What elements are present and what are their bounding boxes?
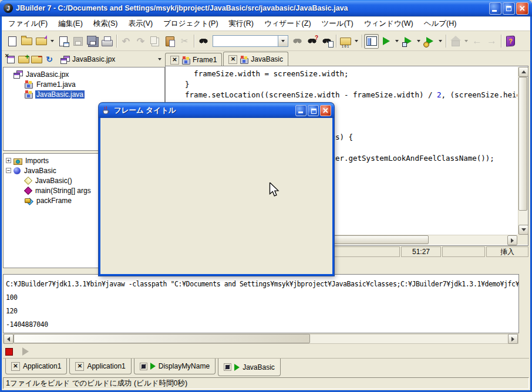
search-again-button[interactable] — [290, 34, 305, 49]
back-button[interactable] — [470, 34, 484, 49]
vertical-scroll-thumb[interactable] — [518, 77, 527, 211]
open-file-button[interactable] — [19, 34, 34, 49]
make-button[interactable] — [338, 34, 353, 49]
dropdown-arrow[interactable] — [393, 34, 400, 49]
find-in-files-button[interactable] — [319, 34, 334, 49]
project-icon — [60, 56, 69, 63]
debug-button[interactable] — [400, 34, 415, 49]
run-control-row — [5, 345, 29, 358]
add-file-button[interactable] — [17, 53, 30, 66]
paste-button[interactable] — [163, 34, 177, 49]
minimize-button[interactable] — [295, 105, 307, 116]
refresh-button[interactable] — [43, 53, 56, 66]
menu-item[interactable]: 検索(S) — [88, 17, 123, 31]
undo-button[interactable] — [119, 34, 133, 49]
project-selector-dropdown-icon[interactable] — [158, 58, 161, 60]
menu-item[interactable]: ファイル(F) — [3, 17, 53, 31]
search-help-button[interactable] — [305, 34, 319, 49]
print-button[interactable] — [100, 34, 115, 49]
stop-button[interactable] — [5, 348, 13, 356]
open-project-button[interactable] — [34, 34, 49, 49]
menu-item[interactable]: 実行(R) — [224, 17, 259, 31]
dropdown-arrow[interactable] — [415, 34, 422, 49]
frame-title-window[interactable]: フレーム タイトル ✕ — [99, 103, 334, 276]
save-all-button[interactable] — [85, 34, 100, 49]
scroll-right-button[interactable] — [508, 334, 518, 344]
cursor-position: 51:27 — [401, 246, 441, 257]
tree-expander-icon[interactable] — [6, 158, 11, 163]
menu-item[interactable]: ウィザード(Z) — [259, 17, 316, 31]
run-button[interactable] — [379, 34, 393, 49]
find-button[interactable] — [196, 34, 211, 49]
dropdown-arrow[interactable] — [49, 34, 56, 49]
maximize-button[interactable] — [308, 105, 319, 116]
scroll-down-button[interactable] — [518, 225, 528, 235]
menu-item[interactable]: 表示(V) — [123, 17, 158, 31]
minimize-icon — [298, 111, 303, 113]
menu-item[interactable]: ウィンドウ(W) — [359, 17, 419, 31]
remove-file-button[interactable] — [30, 53, 43, 66]
dropdown-arrow[interactable] — [463, 34, 470, 49]
tree-item-icon — [24, 197, 33, 205]
export-page-button[interactable] — [56, 34, 70, 49]
toolbar-separator — [360, 34, 364, 49]
toolbar-separator — [444, 34, 448, 49]
scroll-up-button[interactable] — [518, 67, 528, 77]
float-title-bar[interactable]: フレーム タイトル ✕ — [99, 103, 334, 118]
editor-vertical-scrollbar[interactable] — [518, 67, 528, 235]
code-line: } — [176, 80, 190, 89]
close-tab-icon[interactable]: ✕ — [11, 362, 20, 371]
menu-item[interactable]: 編集(E) — [53, 17, 88, 31]
close-button[interactable]: ✕ — [320, 105, 331, 116]
title-bar[interactable]: J JBuilder 7 - C:/Documents and Settings… — [0, 0, 532, 16]
tree-item[interactable]: JavaBasic.java — [4, 89, 164, 99]
help-button[interactable] — [503, 34, 518, 49]
cut-button[interactable] — [177, 34, 192, 49]
message-tab[interactable]: ✕ Application1 — [5, 359, 67, 374]
editor-tab[interactable]: ✕ Frame1 — [165, 53, 222, 66]
tree-item[interactable]: JavaBasic.jpx — [4, 69, 164, 79]
message-tab[interactable]: ✕ DisplayMyName — [134, 359, 216, 374]
scroll-left-button[interactable] — [4, 334, 14, 344]
horizontal-scroll-thumb[interactable] — [14, 334, 310, 343]
console-horizontal-scrollbar[interactable] — [3, 334, 518, 344]
float-window-title: フレーム タイトル — [114, 106, 292, 116]
float-window-content — [100, 118, 332, 274]
message-tab[interactable]: ✕ Application1 — [69, 359, 131, 374]
console-output[interactable]: C:¥JBuilder7¥jdk1.3.1¥bin¥javaw -classpa… — [3, 274, 519, 333]
tree-expander-icon[interactable] — [6, 168, 11, 173]
menu-item[interactable]: プロジェクト(P) — [158, 17, 223, 31]
close-button[interactable]: ✕ — [516, 2, 528, 15]
save-button[interactable] — [70, 34, 85, 49]
editor-tab[interactable]: ✕ JavaBasic — [223, 52, 288, 66]
resume-button[interactable] — [22, 347, 29, 356]
code-line: frame.setLocation((screenSize.width - fr… — [176, 90, 517, 99]
scroll-right-button[interactable] — [507, 235, 517, 245]
close-tab-icon[interactable]: ✕ — [228, 55, 237, 64]
search-input[interactable] — [213, 35, 278, 47]
console-line: -1404887040 — [6, 318, 516, 332]
copy-button[interactable] — [148, 34, 163, 49]
dropdown-arrow[interactable] — [437, 34, 444, 49]
search-dropdown-button[interactable] — [278, 35, 288, 47]
search-combo — [213, 35, 288, 47]
close-project-button[interactable] — [4, 53, 17, 66]
profile-button[interactable] — [422, 34, 437, 49]
project-selector[interactable]: JavaBasic.jpx — [57, 55, 165, 63]
tree-item[interactable]: Frame1.java — [4, 79, 164, 89]
menu-item[interactable]: ヘルプ(H) — [419, 17, 462, 31]
tree-item-label: Imports — [24, 157, 50, 165]
dropdown-arrow[interactable] — [353, 34, 360, 49]
restore-button[interactable] — [503, 2, 515, 15]
close-tab-icon[interactable]: ✕ — [75, 362, 84, 371]
message-tab-bar: ✕ Application1 ✕ Application1 ✕ Di — [3, 358, 529, 377]
home-button[interactable] — [448, 34, 463, 49]
menu-item[interactable]: ツール(T) — [316, 17, 359, 31]
fwd-button[interactable] — [484, 34, 499, 49]
redo-button[interactable] — [133, 34, 148, 49]
pane-layout-button[interactable] — [364, 34, 379, 49]
minimize-button[interactable] — [489, 2, 501, 15]
message-tab[interactable]: ✕ JavaBasic — [218, 359, 281, 376]
new-file-button[interactable] — [5, 34, 19, 49]
close-tab-icon[interactable]: ✕ — [170, 56, 179, 65]
